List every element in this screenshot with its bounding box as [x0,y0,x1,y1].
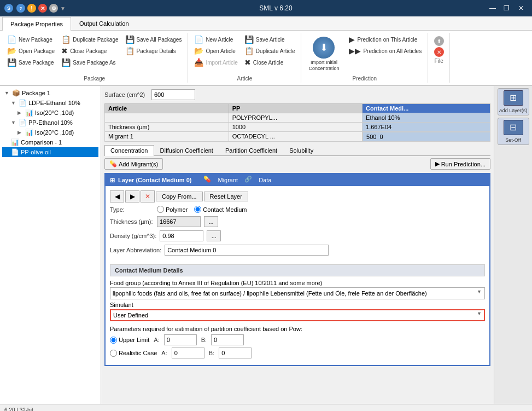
layer-next-button[interactable]: ▶ [125,190,139,202]
radio-contact-medium[interactable]: Contact Medium [194,206,247,213]
close-article-button[interactable]: ✖ Close Article [242,57,298,68]
iso1-icon: 📊 [25,109,34,117]
save-package-icon: 💾 [7,58,16,67]
close-article-icon: ✖ [244,58,251,67]
file-buttons: ⬆ ✕ [434,36,444,57]
close-button[interactable]: ✕ [515,3,528,14]
radio-upper-limit[interactable]: Upper Limit [110,337,149,344]
layer-abbrev-label: Layer Abbreviation: [110,247,161,253]
package-col-1: 📄 New Package 📂 Open Package 💾 Save Pack… [4,34,57,68]
table-header-row: Article PP Contact Medi... [105,103,490,113]
open-article-icon: 📂 [194,47,203,55]
open-package-button[interactable]: 📂 Open Package [4,45,57,56]
realistic-b-input[interactable] [219,348,252,358]
layer-tab-data[interactable]: Data [254,176,276,184]
radio-realistic-case[interactable]: Realistic Case [110,350,157,357]
duplicate-package-button[interactable]: 📋 Duplicate Package [59,34,121,45]
simulant-label: Simulant [110,302,485,308]
col-pp: PP [229,103,362,113]
duplicate-article-button[interactable]: 📋 Duplicate Article [242,45,298,56]
package-details-icon: 📋 [125,47,135,55]
realistic-a-input[interactable] [172,348,204,358]
tree-item-comparison[interactable]: 📊 Comparison - 1 [2,137,98,147]
surface-input[interactable] [151,89,195,100]
iso2-icon: 📊 [25,129,34,136]
action-bar: 💊 Add Migrant(s) ▶ Run Prediction... [104,158,490,170]
density-dots-button[interactable]: ... [207,230,221,241]
cell-migrant-pp: OCTADECYL ... [229,131,362,142]
run-prediction-button[interactable]: ▶ Run Prediction... [430,158,490,170]
open-article-button[interactable]: 📂 Open Article [191,45,240,56]
tree-item-iso1[interactable]: ▶ 📊 Iso(20°C ,10d) [2,108,98,118]
version-label: 6.20 | 32-bit [4,407,33,411]
tree-label-comparison: Comparison - 1 [21,139,62,146]
import-initial-concentration-button[interactable]: ⬇ Import Initial Concentration [305,34,343,74]
set-off-button[interactable]: ⊟ Set-Off [498,118,529,145]
tree-item-ldpe[interactable]: ▼ 📄 LDPE-Ethanol 10% [2,98,98,108]
tree-label-pp-olive: PP-olive oil [21,149,51,155]
prediction-all-articles-button[interactable]: ▶▶ Prediction on All Articles [346,45,424,56]
layer-reset-button[interactable]: Reset Layer [204,192,248,201]
tab-package-properties[interactable]: Package Properties [2,17,71,31]
new-package-button[interactable]: 📄 New Package [4,34,57,45]
file-up-button[interactable]: ⬆ [434,36,444,46]
radio-realistic-case-input[interactable] [110,350,117,357]
layer-copy-from-button[interactable]: Copy From... [156,192,203,201]
maximize-button[interactable]: ❐ [500,3,513,14]
tab-diffusion[interactable]: Diffusion Coefficient [154,145,219,155]
tree-arrow-iso2: ▶ [17,130,24,135]
title-controls[interactable]: — ❐ ✕ [486,3,528,14]
package-col-2: 📋 Duplicate Package ✖ Close Package 💾 Sa… [59,34,121,68]
new-article-button[interactable]: 📄 New Article [191,34,240,45]
radio-polymer[interactable]: Polymer [157,206,188,213]
package-details-button[interactable]: 📋 Package Details [122,45,185,56]
add-migrant-button[interactable]: 💊 Add Migrant(s) [104,158,163,170]
duplicate-article-icon: 📋 [244,47,254,55]
tree-item-pp[interactable]: ▼ 📄 PP-Ethanol 10% [2,118,98,128]
tab-output-calculation[interactable]: Output Calculation [71,16,137,30]
simulant-select-wrapper: User Defined [110,309,485,321]
tree-item-iso2[interactable]: ▶ 📊 Iso(20°C ,10d) [2,128,98,137]
tree-item-pp-olive[interactable]: 📄 PP-olive oil [2,147,98,157]
ribbon-group-prediction: ⬇ Import Initial Concentration ▶ Predict… [301,33,428,83]
close-package-button[interactable]: ✖ Close Package [59,45,121,56]
simulant-select[interactable]: User Defined [110,309,485,321]
prediction-this-article-button[interactable]: ▶ Prediction on This Article [346,34,424,45]
prediction-group-content: ⬇ Import Initial Concentration ▶ Predict… [305,34,424,74]
save-package-as-button[interactable]: 💾 Save Package As [59,57,121,68]
thickness-input[interactable] [157,216,201,227]
radio-contact-medium-input[interactable] [194,206,201,213]
layer-abbrev-input[interactable] [165,245,329,256]
radio-upper-limit-input[interactable] [110,337,117,344]
tree-item-package1[interactable]: ▼ 📦 Package 1 [2,88,98,98]
save-package-button[interactable]: 💾 Save Package [4,57,57,68]
save-all-packages-button[interactable]: 💾 Save All Packages [122,34,185,45]
save-article-button[interactable]: 💾 Save Article [242,34,298,45]
separator: ▼ [60,5,66,11]
tab-solubility[interactable]: Solubility [283,145,319,155]
tree-label-ldpe: LDPE-Ethanol 10% [28,100,80,106]
tree-label-package1: Package 1 [22,90,50,96]
upper-b-input[interactable] [211,334,244,345]
tab-concentration[interactable]: Concentration [104,145,154,156]
package-group-label: Package [4,76,184,82]
upper-a-input[interactable] [164,334,197,345]
layer-tab-migrant[interactable]: Migrant [213,176,242,184]
open-package-icon: 📂 [7,47,16,55]
food-group-select[interactable]: lipophilic foods (fats and oils, free fa… [110,287,485,299]
file-close-button[interactable]: ✕ [434,47,444,57]
tree-arrow-package1: ▼ [4,90,11,96]
article-group-content: 📄 New Article 📂 Open Article 📥 Import Ar… [191,34,297,74]
article-col-2: 💾 Save Article 📋 Duplicate Article ✖ Clo… [242,34,298,68]
cell-migrant-label: Migrant 1 [105,131,229,142]
prediction-group-label: Prediction [305,76,424,82]
thickness-dots-button[interactable]: ... [204,216,218,227]
density-input[interactable] [160,230,203,241]
layer-prev-button[interactable]: ◀ [110,190,124,202]
radio-polymer-input[interactable] [157,206,164,213]
layer-delete-button[interactable]: ✕ [141,190,155,202]
minimize-button[interactable]: — [486,3,499,14]
pp-icon: 📄 [19,119,27,126]
tab-partition[interactable]: Partition Coefficient [219,145,283,155]
add-layers-button[interactable]: ⊞ Add Layer(s) [498,88,529,115]
